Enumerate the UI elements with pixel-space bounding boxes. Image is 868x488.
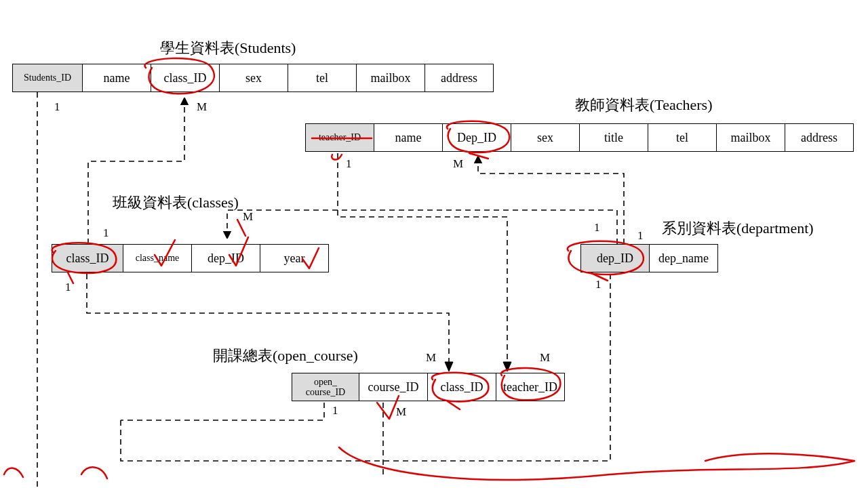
students-col-2: class_ID [151,64,220,92]
teachers-title: 教師資料表(Teachers) [575,95,713,115]
svg-marker-2 [445,362,453,371]
classes-col-1: class_name [123,245,192,272]
students-col-3: sex [220,64,288,92]
card-1: 1 [65,281,71,294]
teachers-col-4: title [580,124,648,152]
students-table: Students_ID name class_ID sex tel mailbo… [12,64,494,92]
department-col-0: dep_ID [581,245,650,272]
open-course-title: 開課總表(open_course) [213,346,358,366]
students-col-1: name [83,64,151,92]
students-col-4: tel [288,64,357,92]
classes-col-2: dep_ID [192,245,260,272]
teachers-col-3: sex [511,124,580,152]
classes-col-0: class_ID [52,245,123,272]
students-col-0: Students_ID [13,64,83,92]
card-1: 1 [332,404,338,418]
teachers-col-7: address [785,124,854,152]
students-title: 學生資料表(Students) [160,38,296,58]
department-title: 系別資料表(department) [662,218,814,239]
classes-table: class_ID class_name dep_ID year [52,244,329,272]
department-table: dep_ID dep_name [580,244,718,272]
teachers-col-2: Dep_ID [443,124,511,152]
students-col-6: address [425,64,494,92]
teachers-col-6: mailbox [717,124,785,152]
card-1: 1 [594,221,600,235]
card-m: M [540,351,550,365]
teachers-col-1: name [374,124,443,152]
students-col-5: mailbox [357,64,425,92]
open-course-col-1: course_ID [359,373,428,401]
open-course-col-2: class_ID [428,373,496,401]
card-m: M [426,351,436,365]
open-course-col-0: open_ course_ID [292,373,359,401]
er-diagram: 學生資料表(Students) Students_ID name class_I… [0,0,868,488]
card-m: M [243,210,253,224]
classes-col-3: year [260,245,329,272]
open-course-table: open_ course_ID course_ID class_ID teach… [292,373,565,401]
svg-marker-1 [503,362,511,371]
card-m: M [197,100,207,114]
open-course-col-3: teacher_ID [496,373,565,401]
card-1: 1 [595,278,601,291]
teachers-col-5: tel [648,124,717,152]
teachers-table: teacher_ID name Dep_ID sex title tel mai… [305,123,854,152]
card-1: 1 [103,226,109,240]
card-1: 1 [637,229,644,243]
card-1: 1 [346,157,352,171]
card-m: M [453,157,463,171]
department-col-1: dep_name [650,245,718,272]
teachers-col-0: teacher_ID [306,124,374,152]
classes-title: 班級資料表(classes) [113,192,239,213]
card-m: M [396,405,406,419]
card-1: 1 [54,100,60,114]
